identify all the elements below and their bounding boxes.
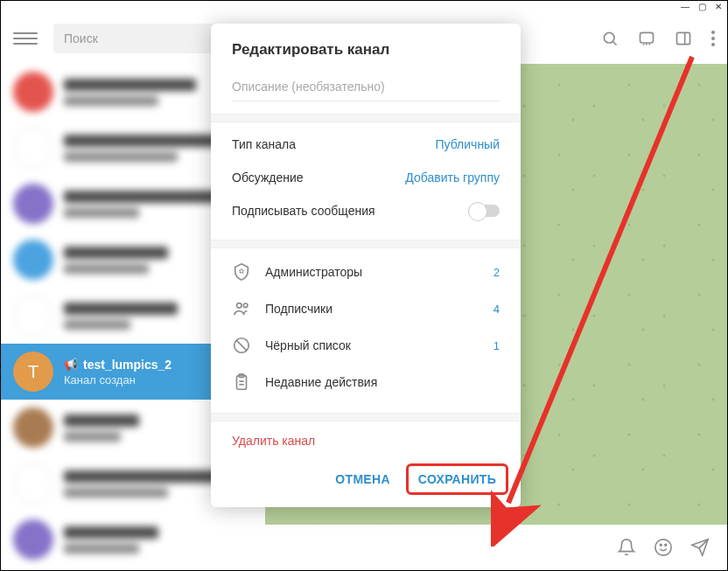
more-menu-icon[interactable] [711,31,715,46]
clipboard-icon [232,373,251,392]
svg-point-10 [665,544,667,546]
sidebar-toggle-icon[interactable] [675,30,692,47]
message-input-bar [265,525,727,570]
blacklist-row[interactable]: Чёрный список 1 [232,327,500,364]
svg-point-9 [660,544,662,546]
sign-messages-row[interactable]: Подписывать сообщения [232,194,500,227]
row-count: 1 [494,339,500,352]
block-icon [232,336,251,355]
svg-point-11 [237,303,242,309]
discussion-row[interactable]: Обсуждение Добавить группу [232,161,500,194]
sign-messages-toggle[interactable] [468,205,500,217]
shield-icon [232,262,251,282]
row-value[interactable]: Публичный [435,137,500,151]
modal-title: Редактировать канал [211,24,521,71]
row-label: Чёрный список [265,338,480,352]
search-icon[interactable] [601,30,619,47]
subscribers-row[interactable]: Подписчики 4 [232,290,500,327]
row-label: Недавние действия [265,375,500,389]
svg-point-8 [655,540,671,555]
edit-channel-modal: Редактировать канал Описание (необязател… [211,24,521,507]
description-input[interactable]: Описание (необязательно) [232,76,500,101]
channel-type-row[interactable]: Тип канала Публичный [232,128,500,161]
mute-icon[interactable] [617,538,636,557]
send-icon[interactable] [690,538,710,557]
row-count: 4 [494,303,500,316]
svg-line-1 [613,42,617,45]
svg-rect-2 [640,32,654,43]
svg-point-0 [604,32,614,43]
avatar: T [13,352,53,392]
window-maximize[interactable]: ▢ [698,3,706,11]
window-minimize[interactable]: — [681,3,690,11]
administrators-row[interactable]: Администраторы 2 [232,254,500,290]
row-label: Администраторы [265,265,480,279]
row-label: Подписывать сообщения [232,204,375,218]
cancel-button[interactable]: ОТМЕНА [323,463,402,495]
channel-icon: 📢 [64,358,78,371]
window-close[interactable]: ✕ [715,3,722,11]
row-label: Обсуждение [232,171,304,185]
chat-list-item[interactable] [1,512,265,568]
menu-button[interactable] [13,26,38,51]
delete-channel-link[interactable]: Удалить канал [211,421,521,460]
recent-actions-row[interactable]: Недавние действия [232,364,500,400]
svg-rect-6 [677,32,690,44]
save-button[interactable]: СОХРАНИТЬ [406,463,508,495]
svg-point-12 [243,303,248,308]
users-icon [232,299,251,318]
row-label: Тип канала [232,137,296,151]
row-count: 2 [494,266,500,279]
emoji-icon[interactable] [654,538,673,557]
window-titlebar: — ▢ ✕ [1,1,727,13]
svg-line-14 [236,340,247,351]
chat-name: test_lumpics_2 [83,358,172,372]
row-label: Подписчики [265,302,480,316]
comments-icon[interactable] [638,30,655,47]
row-value[interactable]: Добавить группу [405,171,500,185]
